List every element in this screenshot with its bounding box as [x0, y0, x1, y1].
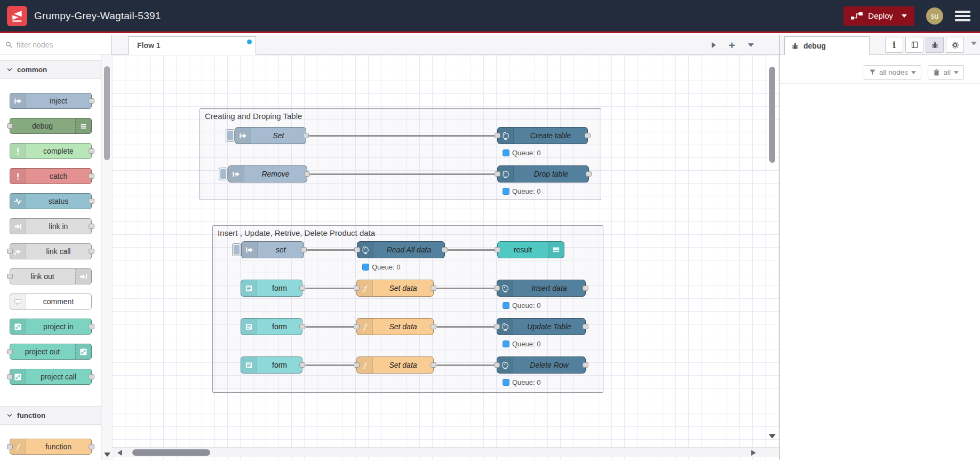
wire[interactable]	[436, 364, 498, 366]
output-port[interactable]	[89, 148, 94, 154]
input-port[interactable]	[495, 247, 500, 252]
output-port[interactable]	[301, 247, 307, 252]
palette-node-debug[interactable]: debug	[10, 118, 92, 134]
output-port[interactable]	[431, 285, 436, 291]
wire[interactable]	[309, 135, 497, 137]
flow-node-Set-data[interactable]: ƒSet data	[356, 280, 434, 297]
debug-clear-button[interactable]: all	[928, 65, 964, 80]
flow-node-Drop-table[interactable]: Drop table	[497, 165, 589, 183]
flow-node-Read-All-data[interactable]: Read All data	[357, 241, 445, 258]
palette-node-status[interactable]: status	[10, 193, 92, 209]
palette-scrollbar[interactable]	[101, 55, 112, 460]
wire[interactable]	[305, 364, 357, 366]
wire[interactable]	[436, 326, 498, 328]
palette-node-link-out[interactable]: link out	[10, 268, 92, 284]
output-port[interactable]	[89, 444, 94, 449]
input-port[interactable]	[7, 349, 13, 354]
canvas-scroll-down-icon[interactable]	[769, 434, 776, 439]
info-tab-button[interactable]: i	[885, 37, 903, 53]
palette-node-function[interactable]: ƒfunction	[10, 439, 92, 455]
input-port[interactable]	[494, 285, 500, 291]
tab-debug[interactable]: debug	[784, 36, 870, 55]
output-port[interactable]	[583, 324, 588, 329]
canvas-hscrollbar[interactable]	[112, 447, 779, 457]
flow-node-Remove[interactable]: Remove	[228, 165, 307, 183]
input-port[interactable]	[7, 374, 13, 379]
palette-filter-input[interactable]	[17, 41, 86, 49]
flow-node-Delete-Row[interactable]: Delete Row	[497, 356, 586, 374]
palette-category-common[interactable]: common	[0, 60, 101, 79]
output-port[interactable]	[442, 247, 448, 252]
flow-canvas[interactable]: Creating and Droping TableInsert , Updat…	[112, 55, 779, 460]
output-port[interactable]	[304, 171, 310, 177]
deploy-button[interactable]: Deploy	[843, 6, 914, 26]
output-port[interactable]	[299, 362, 305, 368]
input-port[interactable]	[354, 247, 360, 252]
flow-list-caret-icon[interactable]	[748, 43, 754, 47]
flow-node-Update-Table[interactable]: Update Table	[497, 318, 586, 335]
output-port[interactable]	[89, 374, 94, 379]
flow-node-form[interactable]: form	[241, 318, 302, 335]
flow-node-set[interactable]: set	[241, 241, 304, 258]
add-flow-icon[interactable]: +	[729, 39, 735, 51]
main-menu-icon[interactable]	[955, 11, 970, 21]
canvas-vscroll-thumb[interactable]	[769, 67, 775, 163]
output-port[interactable]	[583, 285, 588, 291]
flow-node-Set[interactable]: Set	[235, 127, 306, 144]
wire[interactable]	[448, 249, 498, 251]
wire[interactable]	[436, 288, 498, 289]
scroll-left-icon[interactable]	[117, 450, 122, 456]
settings-tab-button[interactable]	[946, 37, 964, 53]
user-avatar[interactable]: su	[926, 7, 943, 25]
flow-node-Create-table[interactable]: Create table	[497, 127, 588, 144]
help-tab-button[interactable]	[905, 37, 923, 53]
palette-node-comment[interactable]: comment	[10, 294, 92, 310]
inject-button[interactable]	[226, 129, 235, 142]
palette-node-complete[interactable]: complete	[10, 143, 92, 159]
output-port[interactable]	[299, 324, 305, 329]
deploy-caret-icon[interactable]	[902, 14, 907, 18]
output-port[interactable]	[583, 362, 588, 368]
output-port[interactable]	[299, 285, 305, 291]
wire[interactable]	[310, 173, 497, 175]
debug-filter-button[interactable]: all nodes	[864, 65, 921, 80]
input-port[interactable]	[494, 324, 500, 329]
output-port[interactable]	[89, 199, 94, 204]
canvas-hscroll-thumb[interactable]	[132, 449, 210, 456]
palette-node-link-call[interactable]: link call	[10, 243, 92, 259]
inject-button[interactable]	[219, 168, 228, 180]
output-port[interactable]	[89, 324, 94, 329]
debug-tab-button[interactable]	[926, 37, 944, 53]
input-port[interactable]	[7, 274, 13, 279]
palette-scroll-down-icon[interactable]	[104, 453, 110, 457]
input-port[interactable]	[7, 249, 13, 254]
output-port[interactable]	[89, 224, 94, 229]
inject-button[interactable]	[232, 243, 241, 256]
output-port[interactable]	[89, 173, 94, 179]
wire[interactable]	[305, 326, 357, 328]
tab-scroll-right-icon[interactable]	[711, 42, 716, 48]
palette-node-inject[interactable]: inject	[10, 93, 92, 109]
palette-node-link-in[interactable]: link in	[10, 218, 92, 234]
wire[interactable]	[307, 249, 358, 251]
scroll-right-icon[interactable]	[751, 450, 756, 456]
flow-node-Set-data[interactable]: ƒSet data	[356, 356, 434, 374]
palette-node-catch[interactable]: catch	[10, 168, 92, 184]
input-port[interactable]	[354, 285, 360, 291]
output-port[interactable]	[585, 133, 591, 138]
input-port[interactable]	[495, 133, 500, 138]
flow-node-form[interactable]: form	[241, 356, 302, 374]
input-port[interactable]	[7, 444, 13, 449]
palette-category-function[interactable]: function	[0, 406, 101, 425]
flow-node-form[interactable]: form	[241, 280, 302, 297]
output-port[interactable]	[586, 171, 592, 177]
flow-node-Set-data[interactable]: ƒSet data	[356, 318, 434, 335]
palette-scrollbar-thumb[interactable]	[104, 66, 110, 160]
tab-flow-1[interactable]: Flow 1	[128, 36, 256, 55]
output-port[interactable]	[89, 249, 94, 254]
palette-node-project-in[interactable]: project in	[10, 319, 92, 335]
palette-node-project-out[interactable]: project out	[10, 344, 92, 360]
output-port[interactable]	[89, 98, 94, 104]
flow-node-result[interactable]: result	[497, 241, 564, 258]
wire[interactable]	[305, 288, 357, 289]
